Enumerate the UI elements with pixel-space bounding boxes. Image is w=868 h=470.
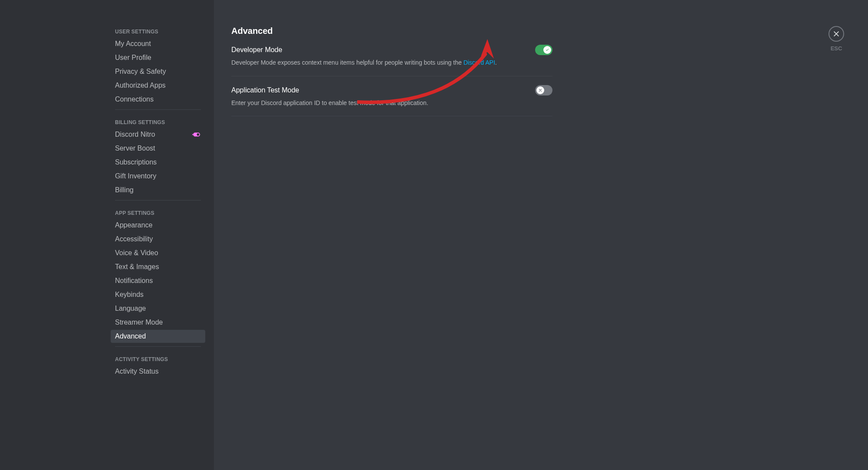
setting-application-test-mode: Application Test Mode Enter your Discord… xyxy=(231,85,552,117)
sidebar-item-keybinds[interactable]: Keybinds xyxy=(111,288,205,301)
sidebar-item-label: User Profile xyxy=(115,54,151,62)
toggle-thumb xyxy=(536,86,544,94)
sidebar-item-label: Language xyxy=(115,305,146,312)
sidebar-item-label: Advanced xyxy=(115,332,146,340)
discord-api-link[interactable]: Discord API xyxy=(464,59,495,66)
sidebar-item-advanced[interactable]: Advanced xyxy=(111,330,205,343)
sidebar-item-billing[interactable]: Billing xyxy=(111,184,205,197)
separator xyxy=(115,200,201,200)
close-circle xyxy=(829,26,844,42)
sidebar-item-label: Connections xyxy=(115,95,154,103)
setting-description: Enter your Discord application ID to ena… xyxy=(231,99,552,108)
sidebar-item-gift-inventory[interactable]: Gift Inventory xyxy=(111,170,205,183)
sidebar-item-voice-video[interactable]: Voice & Video xyxy=(111,247,205,260)
sidebar-item-label: Text & Images xyxy=(115,263,159,271)
page-title: Advanced xyxy=(231,26,552,36)
sidebar-item-activity-status[interactable]: Activity Status xyxy=(111,365,205,378)
setting-developer-mode: Developer Mode Developer Mode exposes co… xyxy=(231,45,552,76)
sidebar-item-authorized-apps[interactable]: Authorized Apps xyxy=(111,79,205,92)
setting-header: Developer Mode xyxy=(231,45,552,55)
sidebar-section-header: APP SETTINGS xyxy=(111,207,205,219)
sidebar-item-label: Server Boost xyxy=(115,145,155,152)
close-button[interactable]: ESC xyxy=(829,26,844,52)
sidebar-item-discord-nitro[interactable]: Discord Nitro xyxy=(111,128,205,141)
separator xyxy=(115,346,201,347)
setting-title: Application Test Mode xyxy=(231,86,299,94)
developer-mode-toggle[interactable] xyxy=(535,45,552,55)
sidebar-item-label: Subscriptions xyxy=(115,158,157,166)
sidebar-item-server-boost[interactable]: Server Boost xyxy=(111,142,205,155)
sidebar-item-appearance[interactable]: Appearance xyxy=(111,219,205,232)
sidebar-item-user-profile[interactable]: User Profile xyxy=(111,51,205,64)
setting-title: Developer Mode xyxy=(231,46,282,54)
sidebar-section-header: BILLING SETTINGS xyxy=(111,117,205,128)
content-region: Advanced Developer Mode Developer Mode e… xyxy=(214,0,868,470)
sidebar-item-accessibility[interactable]: Accessibility xyxy=(111,233,205,246)
sidebar-item-label: Activity Status xyxy=(115,368,158,375)
sidebar-section-header: USER SETTINGS xyxy=(111,26,205,37)
sidebar-item-label: Discord Nitro xyxy=(115,131,155,138)
sidebar-item-label: Accessibility xyxy=(115,235,153,243)
sidebar-item-label: My Account xyxy=(115,40,151,48)
x-icon xyxy=(538,88,542,92)
content-inner: Advanced Developer Mode Developer Mode e… xyxy=(231,26,552,116)
close-icon xyxy=(832,30,840,38)
sidebar-item-label: Authorized Apps xyxy=(115,82,166,89)
sidebar-item-privacy-safety[interactable]: Privacy & Safety xyxy=(111,65,205,78)
close-label: ESC xyxy=(831,45,842,52)
sidebar-item-label: Voice & Video xyxy=(115,249,158,257)
setting-description: Developer Mode exposes context menu item… xyxy=(231,59,552,67)
sidebar-item-streamer-mode[interactable]: Streamer Mode xyxy=(111,316,205,329)
application-test-mode-toggle[interactable] xyxy=(535,85,552,95)
sidebar-item-label: Gift Inventory xyxy=(115,172,156,180)
sidebar-item-my-account[interactable]: My Account xyxy=(111,37,205,50)
setting-header: Application Test Mode xyxy=(231,85,552,95)
sidebar-item-notifications[interactable]: Notifications xyxy=(111,274,205,287)
sidebar-content: USER SETTINGSMy AccountUser ProfilePriva… xyxy=(111,26,205,470)
separator xyxy=(115,109,201,110)
description-prefix: Developer Mode exposes context menu item… xyxy=(231,59,464,66)
sidebar-item-label: Billing xyxy=(115,186,134,194)
sidebar-item-connections[interactable]: Connections xyxy=(111,93,205,106)
sidebar-item-text-images[interactable]: Text & Images xyxy=(111,260,205,273)
sidebar: USER SETTINGSMy AccountUser ProfilePriva… xyxy=(0,0,214,470)
sidebar-item-subscriptions[interactable]: Subscriptions xyxy=(111,156,205,169)
toggle-thumb xyxy=(543,46,551,54)
sidebar-item-label: Keybinds xyxy=(115,291,144,299)
sidebar-item-label: Privacy & Safety xyxy=(115,68,166,76)
check-icon xyxy=(545,48,549,52)
description-suffix: . xyxy=(495,59,497,66)
sidebar-item-label: Notifications xyxy=(115,277,153,285)
sidebar-item-label: Streamer Mode xyxy=(115,319,163,326)
sidebar-item-label: Appearance xyxy=(115,221,152,229)
nitro-icon xyxy=(192,131,201,138)
sidebar-section-header: ACTIVITY SETTINGS xyxy=(111,354,205,365)
sidebar-item-language[interactable]: Language xyxy=(111,302,205,315)
